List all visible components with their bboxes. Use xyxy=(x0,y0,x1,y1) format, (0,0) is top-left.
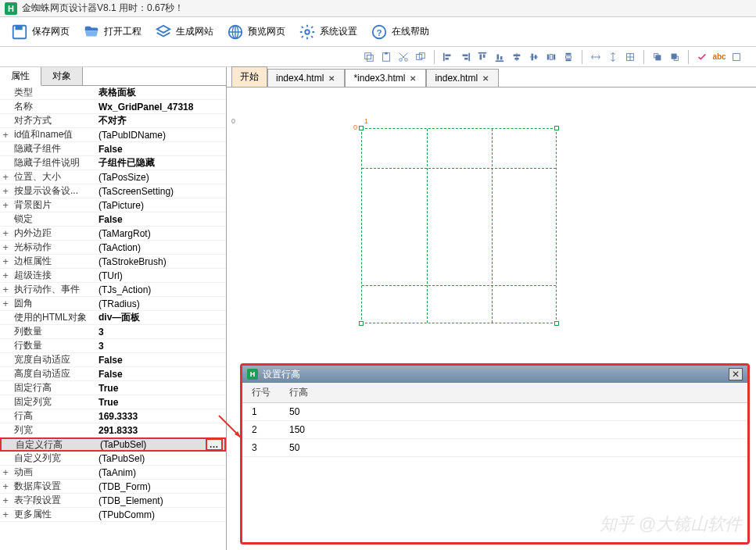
property-value[interactable]: Wx_GridPanel_47318 xyxy=(95,102,226,112)
property-value[interactable]: (TJs_Action) xyxy=(95,284,226,295)
clone-icon[interactable] xyxy=(414,50,428,64)
same-width-icon[interactable] xyxy=(589,50,603,64)
distribute-h-icon[interactable] xyxy=(544,50,558,64)
property-value[interactable]: (TDB_Form) xyxy=(95,481,226,492)
property-row[interactable]: +内外边距(TaMargRot) xyxy=(0,227,226,241)
property-value[interactable]: 3 xyxy=(95,341,226,352)
property-row[interactable]: +id值和name值(TaPubIDName) xyxy=(0,128,226,142)
tab-index3[interactable]: *index3.html✕ xyxy=(345,69,426,87)
paste-icon[interactable] xyxy=(379,50,393,64)
expand-toggle[interactable]: + xyxy=(0,284,11,295)
property-value[interactable]: (TaStrokeBrush) xyxy=(95,256,226,267)
property-value[interactable]: 3 xyxy=(95,327,226,338)
property-row[interactable]: 对齐方式不对齐 xyxy=(0,114,226,128)
property-row[interactable]: 隐藏子组件False xyxy=(0,142,226,156)
expand-toggle[interactable]: + xyxy=(0,130,11,141)
check-icon[interactable] xyxy=(695,50,709,64)
cell-row-height[interactable]: 50 xyxy=(280,403,309,420)
property-row[interactable]: +数据库设置(TDB_Form) xyxy=(0,480,226,494)
property-row[interactable]: +边框属性(TaStrokeBrush) xyxy=(0,255,226,269)
property-value[interactable]: (TRadius) xyxy=(95,298,226,309)
property-value[interactable]: (TaScreenSetting) xyxy=(95,186,226,197)
property-value[interactable]: (TaPubSel) xyxy=(95,453,226,464)
property-row[interactable]: 行高169.3333 xyxy=(0,409,226,423)
cut-icon[interactable] xyxy=(396,50,410,64)
expand-toggle[interactable]: + xyxy=(0,186,11,197)
property-value[interactable]: False xyxy=(95,144,226,155)
close-icon[interactable]: ✕ xyxy=(328,74,336,82)
expand-toggle[interactable]: + xyxy=(0,509,11,520)
property-row[interactable]: 隐藏子组件说明子组件已隐藏 xyxy=(0,156,226,170)
save-page-button[interactable]: 保存网页 xyxy=(5,19,75,45)
cell-row-height[interactable]: 150 xyxy=(280,421,314,438)
property-row[interactable]: 自定义行高(TaPubSel)… xyxy=(0,438,226,452)
property-value[interactable]: (TaAction) xyxy=(95,242,226,253)
property-row[interactable]: +更多属性(TPubComm) xyxy=(0,508,226,522)
same-size-icon[interactable] xyxy=(623,50,637,64)
property-row[interactable]: +背景图片(TaPicture) xyxy=(0,198,226,212)
property-value[interactable]: (TaPicture) xyxy=(95,200,226,211)
property-row[interactable]: 使用的HTML对象div—面板 xyxy=(0,311,226,325)
property-value[interactable]: div—面板 xyxy=(95,311,226,324)
property-row[interactable]: +动画(TaAnim) xyxy=(0,466,226,480)
dialog-row[interactable]: 350 xyxy=(242,439,747,457)
property-row[interactable]: 固定行高True xyxy=(0,381,226,395)
property-value[interactable]: (TaPubSel) xyxy=(97,439,206,450)
property-value[interactable]: (TUrl) xyxy=(95,270,226,281)
tab-start[interactable]: 开始 xyxy=(231,66,267,87)
expand-toggle[interactable]: + xyxy=(0,200,11,211)
copy-icon[interactable] xyxy=(362,50,376,64)
property-row[interactable]: 固定列宽True xyxy=(0,395,226,409)
property-value[interactable]: True xyxy=(95,397,226,408)
property-row[interactable]: +位置、大小(TaPosSize) xyxy=(0,170,226,184)
align-left-icon[interactable] xyxy=(441,50,455,64)
property-row[interactable]: +按显示设备设...(TaScreenSetting) xyxy=(0,184,226,198)
property-value[interactable]: (TPubComm) xyxy=(95,509,226,520)
property-value[interactable]: (TaPosSize) xyxy=(95,172,226,183)
expand-toggle[interactable]: + xyxy=(0,242,11,253)
dialog-row[interactable]: 150 xyxy=(242,403,747,421)
expand-toggle[interactable]: + xyxy=(0,298,11,309)
property-value[interactable]: False xyxy=(95,369,226,380)
preview-page-button[interactable]: 预览网页 xyxy=(220,19,291,45)
property-row[interactable]: 高度自动适应False xyxy=(0,367,226,381)
expand-toggle[interactable]: + xyxy=(0,172,11,183)
align-center-v-icon[interactable] xyxy=(527,50,541,64)
expand-toggle[interactable]: + xyxy=(0,270,11,281)
dialog-titlebar[interactable]: H 设置行高 ✕ xyxy=(242,366,747,383)
expand-toggle[interactable]: + xyxy=(0,256,11,267)
property-value[interactable]: False xyxy=(95,214,226,225)
property-value[interactable]: 不对齐 xyxy=(95,114,226,127)
bring-front-icon[interactable] xyxy=(650,50,665,64)
grid-panel-element[interactable] xyxy=(361,128,557,323)
property-row[interactable]: +执行动作、事件(TJs_Action) xyxy=(0,283,226,297)
distribute-v-icon[interactable] xyxy=(561,50,575,64)
property-value[interactable]: (TaAnim) xyxy=(95,467,226,478)
tab-index4[interactable]: index4.html✕ xyxy=(267,69,345,87)
tool-icon[interactable] xyxy=(729,50,743,64)
generate-site-button[interactable]: 生成网站 xyxy=(149,19,219,45)
expand-toggle[interactable]: + xyxy=(0,495,11,506)
send-back-icon[interactable] xyxy=(668,50,682,64)
property-value[interactable]: (TDB_Element) xyxy=(95,495,226,506)
property-row[interactable]: +超级连接(TUrl) xyxy=(0,269,226,283)
property-row[interactable]: 类型表格面板 xyxy=(0,86,226,100)
property-row[interactable]: +表字段设置(TDB_Element) xyxy=(0,494,226,508)
ellipsis-button[interactable]: … xyxy=(206,438,223,451)
property-row[interactable]: +圆角(TRadius) xyxy=(0,297,226,311)
property-value[interactable]: False xyxy=(95,355,226,366)
dialog-row[interactable]: 2150 xyxy=(242,421,747,439)
online-help-button[interactable]: ? 在线帮助 xyxy=(364,19,435,45)
property-value[interactable]: 子组件已隐藏 xyxy=(95,156,226,170)
close-icon[interactable]: ✕ xyxy=(482,74,490,82)
property-row[interactable]: 列宽291.8333 xyxy=(0,423,226,438)
system-settings-button[interactable]: 系统设置 xyxy=(292,19,363,45)
tab-index[interactable]: index.html✕ xyxy=(426,69,499,87)
row-height-dialog[interactable]: H 设置行高 ✕ 行号 行高 1502150350 xyxy=(240,363,750,545)
abc-icon[interactable]: abc xyxy=(712,50,726,64)
expand-toggle[interactable]: + xyxy=(0,228,11,239)
close-icon[interactable]: ✕ xyxy=(410,74,417,82)
property-row[interactable]: 锁定False xyxy=(0,212,226,227)
align-right-icon[interactable] xyxy=(458,50,472,64)
property-grid[interactable]: 类型表格面板名称Wx_GridPanel_47318对齐方式不对齐+id值和na… xyxy=(0,86,226,550)
